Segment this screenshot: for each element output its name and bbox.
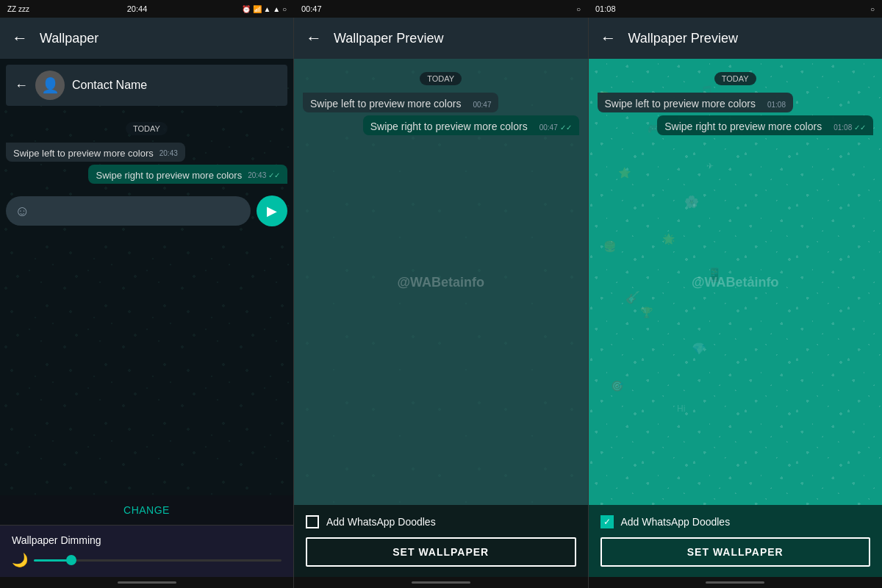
panel2-topbar: ← Wallpaper Preview bbox=[294, 18, 588, 59]
panel2-msg-received-time: 00:47 bbox=[473, 101, 491, 109]
scroll-indicator-1 bbox=[0, 577, 293, 588]
panel1-msg-received-time: 20:43 bbox=[159, 149, 178, 157]
panel2-back-button[interactable]: ← bbox=[306, 29, 322, 48]
status-bar: ZZ zzz 20:44 ⏰ 📶 ▲ ▲ ○ 00:47 ○ 01:08 ○ bbox=[0, 0, 882, 18]
panel2-title: Wallpaper Preview bbox=[334, 31, 443, 46]
panel3-back-button[interactable]: ← bbox=[600, 29, 617, 48]
panel1-msg-sent: Swipe right to preview more colors 20:43… bbox=[88, 165, 287, 184]
contact-name: Contact Name bbox=[72, 79, 147, 92]
panel2-msg-sent: Swipe right to preview more colors 00:47… bbox=[363, 115, 579, 135]
status-time-1: 20:44 bbox=[127, 4, 148, 13]
svg-text:📱: 📱 bbox=[706, 267, 723, 283]
svg-text:🎸: 🎸 bbox=[625, 290, 640, 304]
status-time-3: 01:08 bbox=[595, 4, 616, 13]
scrollbar-2 bbox=[412, 581, 470, 584]
panel2-messages: TODAY Swipe left to preview more colors … bbox=[294, 59, 588, 144]
status-right: 01:08 ○ bbox=[588, 0, 882, 18]
panel3-doodles-row[interactable]: ✓ Add WhatsApp Doodles bbox=[600, 515, 871, 528]
svg-text:✈: ✈ bbox=[706, 161, 714, 171]
status-left: ZZ zzz 20:44 ⏰ 📶 ▲ ▲ ○ bbox=[0, 0, 294, 18]
status-icons-right-2: ○ bbox=[576, 5, 581, 13]
avatar: 👤 bbox=[35, 71, 65, 100]
panel2-bottom: Add WhatsApp Doodles SET WALLPAPER bbox=[294, 505, 588, 577]
checkmark-icon: ✓ bbox=[603, 517, 611, 527]
dimming-slider[interactable]: 🌙 bbox=[12, 552, 282, 568]
panel2-checks: ✓✓ bbox=[560, 123, 572, 132]
panel1-back-button[interactable]: ← bbox=[12, 29, 28, 48]
panel2-set-wallpaper-button[interactable]: SET WALLPAPER bbox=[306, 537, 576, 567]
slider-thumb[interactable] bbox=[66, 555, 76, 565]
panel-wallpaper: ← Wallpaper ← 👤 Contact Name TODAY Swipe… bbox=[0, 18, 294, 588]
panel1-input-bar: ☺ ▶ bbox=[0, 190, 293, 232]
scrollbar-1 bbox=[118, 581, 176, 584]
change-button[interactable]: CHANGE bbox=[0, 495, 293, 525]
panel1-title: Wallpaper bbox=[40, 31, 98, 46]
panel1-chat-area: ← 👤 Contact Name TODAY Swipe left to pre… bbox=[0, 59, 293, 495]
status-icons-left: ZZ zzz bbox=[7, 5, 29, 13]
status-icons-right-3: ○ bbox=[870, 5, 875, 13]
svg-text:🌸: 🌸 bbox=[684, 195, 699, 209]
svg-text:🏆: 🏆 bbox=[640, 306, 653, 319]
status-icons-right-1: ⏰ 📶 ▲ ▲ ○ bbox=[242, 5, 287, 13]
panel2-msg-received: Swipe left to preview more colors 00:47 bbox=[303, 93, 498, 112]
contact-header[interactable]: ← 👤 Contact Name bbox=[6, 65, 287, 106]
panel-preview-2: ← Wallpaper Preview 😊 🎮 🎵 ⭐ 🌸 🍔 📱 🏆 💎 bbox=[589, 18, 883, 588]
panel3-set-wallpaper-button[interactable]: SET WALLPAPER bbox=[600, 537, 871, 567]
panel3-bottom: ✓ Add WhatsApp Doodles SET WALLPAPER bbox=[589, 505, 883, 577]
scrollbar-3 bbox=[706, 581, 764, 584]
avatar-icon: 👤 bbox=[41, 76, 60, 94]
svg-text:🍔: 🍔 bbox=[603, 240, 617, 253]
panel3-checks: ✓✓ bbox=[854, 123, 866, 132]
emoji-icon[interactable]: ☺ bbox=[15, 203, 29, 220]
svg-text:🌟: 🌟 bbox=[662, 233, 675, 245]
send-button[interactable]: ▶ bbox=[257, 196, 287, 226]
svg-text:⭐: ⭐ bbox=[618, 167, 631, 179]
panel1-msg-received: Swipe left to preview more colors 20:43 bbox=[6, 143, 185, 162]
panel3-msg-sent: Swipe right to preview more colors 01:08… bbox=[657, 115, 873, 135]
panel3-msg-received: Swipe left to preview more colors 01:08 bbox=[598, 93, 793, 112]
panel1-msg-sent-time: 20:43 ✓✓ bbox=[248, 171, 280, 179]
dimming-section: Wallpaper Dimming 🌙 bbox=[0, 525, 293, 577]
panel3-msg-sent-time: 01:08 ✓✓ bbox=[833, 123, 866, 132]
panel3-chat: 😊 🎮 🎵 ⭐ 🌸 🍔 📱 🏆 💎 🎯 ✈ 🌟 🎸 Hi bbox=[589, 59, 883, 505]
panel3-messages: TODAY Swipe left to preview more colors … bbox=[589, 59, 883, 144]
message-input[interactable]: ☺ bbox=[6, 196, 251, 226]
panel1-date-badge: TODAY bbox=[126, 122, 168, 135]
scroll-indicator-2 bbox=[294, 577, 588, 588]
scroll-indicator-3 bbox=[589, 577, 883, 588]
svg-text:🎯: 🎯 bbox=[611, 380, 624, 392]
panel2-doodles-label: Add WhatsApp Doodles bbox=[326, 516, 436, 528]
panel2-chat: TODAY Swipe left to preview more colors … bbox=[294, 59, 588, 505]
slider-track[interactable] bbox=[34, 559, 282, 562]
status-center: 00:47 ○ bbox=[294, 0, 588, 18]
svg-text:💎: 💎 bbox=[692, 342, 706, 356]
panel3-doodles-checkbox[interactable]: ✓ bbox=[600, 515, 614, 528]
send-icon: ▶ bbox=[267, 203, 277, 219]
panel2-doodles-row[interactable]: Add WhatsApp Doodles bbox=[306, 515, 576, 528]
panel2-date-badge: TODAY bbox=[420, 72, 462, 85]
svg-text:Hi: Hi bbox=[677, 404, 685, 414]
panel2-msg-sent-time: 00:47 ✓✓ bbox=[539, 123, 572, 132]
dimming-label: Wallpaper Dimming bbox=[12, 534, 282, 546]
panel3-doodles-label: Add WhatsApp Doodles bbox=[621, 516, 731, 528]
panel2-doodles-checkbox[interactable] bbox=[306, 515, 319, 528]
moon-icon: 🌙 bbox=[12, 552, 28, 568]
panel1-checks: ✓✓ bbox=[268, 171, 280, 179]
status-time-2: 00:47 bbox=[301, 4, 322, 13]
contact-back-icon[interactable]: ← bbox=[15, 78, 28, 93]
panel1-messages: TODAY Swipe left to preview more colors … bbox=[0, 112, 293, 190]
panel1-topbar: ← Wallpaper bbox=[0, 18, 293, 59]
main-screens: ← Wallpaper ← 👤 Contact Name TODAY Swipe… bbox=[0, 18, 882, 588]
panel3-title: Wallpaper Preview bbox=[628, 31, 738, 46]
panel3-topbar: ← Wallpaper Preview bbox=[589, 18, 883, 59]
panel-preview-1: ← Wallpaper Preview TODAY Swipe left to … bbox=[294, 18, 589, 588]
panel3-msg-received-time: 01:08 bbox=[767, 101, 786, 109]
panel3-date-badge: TODAY bbox=[714, 72, 756, 85]
